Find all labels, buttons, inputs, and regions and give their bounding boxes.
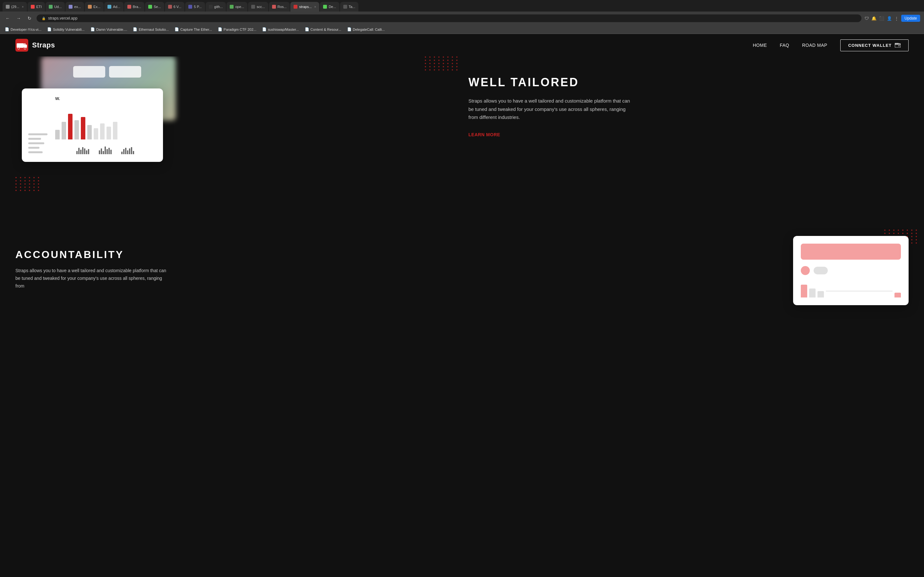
connect-wallet-button[interactable]: CONNECT WALLET	[840, 39, 909, 51]
tab-6[interactable]: Ad...	[104, 2, 124, 11]
bookmark-9[interactable]: 📄 DelegateCall: Calli...	[345, 27, 387, 32]
tab-label-ta: Ta...	[349, 5, 355, 9]
tab-favicon-5	[88, 5, 92, 9]
bookmark-6[interactable]: 📄 Paradigm CTF 202...	[216, 27, 258, 32]
tab-favicon-14	[272, 5, 276, 9]
spark-bar	[108, 148, 110, 154]
bookmark-2[interactable]: 📄 Solidity Vulnerabili...	[45, 27, 87, 32]
tab-favicon-straps	[294, 5, 297, 9]
update-button[interactable]: Update	[901, 15, 920, 22]
dot	[425, 60, 426, 61]
dot	[916, 229, 917, 231]
bookmark-icon-3: 📄	[90, 27, 95, 31]
bookmark-label-9: DelegateCall: Calli...	[353, 27, 385, 31]
card-label: W.	[55, 96, 155, 101]
dot	[15, 180, 17, 181]
dot	[438, 56, 439, 58]
dot	[434, 66, 435, 67]
logo-text: Straps	[32, 41, 55, 49]
tab-13[interactable]: scc...	[248, 2, 268, 11]
tab-9[interactable]: 6 V...	[165, 2, 185, 11]
mockup-bar-3	[817, 291, 824, 298]
tab-close-straps[interactable]: ×	[314, 5, 317, 9]
spark-bar	[76, 151, 78, 154]
nav-home[interactable]: HOME	[753, 43, 767, 48]
tab-1[interactable]: (29... ×	[3, 2, 27, 11]
tab-14[interactable]: Ros...	[269, 2, 290, 11]
dot	[434, 63, 435, 64]
dot	[456, 56, 457, 58]
bookmark-icon-7: 📄	[262, 27, 267, 31]
tab-10[interactable]: 5 P...	[185, 2, 205, 11]
accountability-description: Straps allows you to have a well tailore…	[15, 267, 170, 290]
dot-grid-top-right	[425, 56, 459, 71]
tab-5[interactable]: Ex...	[85, 2, 103, 11]
tab-close-1[interactable]: ×	[22, 5, 24, 9]
dot	[443, 63, 444, 64]
svg-rect-7	[898, 45, 900, 46]
back-button[interactable]: ←	[4, 15, 11, 22]
tab-favicon-10	[188, 5, 192, 9]
bookmark-7[interactable]: 📄 sushiswap/Master...	[260, 27, 301, 32]
notification-icon[interactable]: 🔔	[871, 16, 877, 21]
reload-button[interactable]: ↻	[26, 15, 33, 22]
address-bar[interactable]: 🔒 straps.vercel.app	[37, 15, 861, 22]
shield-icon[interactable]: 🛡	[865, 16, 869, 21]
dot	[15, 190, 17, 191]
chart-bar	[81, 117, 86, 139]
dot	[452, 69, 453, 71]
tab-label-3: Ud...	[54, 5, 61, 9]
spark-bar	[88, 149, 89, 154]
spark-bar	[99, 150, 100, 154]
dot	[447, 66, 449, 67]
menu-icon[interactable]: ⋮	[895, 16, 899, 21]
nav-faq[interactable]: FAQ	[780, 43, 789, 48]
dot	[429, 60, 431, 61]
mockup-toggle	[814, 267, 828, 274]
forward-button[interactable]: →	[15, 15, 23, 22]
dot	[24, 177, 26, 178]
tab-12[interactable]: ope...	[226, 2, 247, 11]
tab-straps[interactable]: straps... ×	[290, 2, 319, 11]
bookmark-3[interactable]: 📄 Damn Vulnerable....	[88, 27, 129, 32]
bookmark-8[interactable]: 📄 Content & Resour...	[302, 27, 344, 32]
tab-4[interactable]: ex...	[65, 2, 84, 11]
dot	[916, 239, 917, 240]
tab-7[interactable]: Bra...	[124, 2, 144, 11]
top-card-btn-1	[73, 66, 105, 77]
bookmark-4[interactable]: 📄 Ethernaut Solutio...	[131, 27, 171, 32]
nav-road-map[interactable]: ROAD MAP	[802, 43, 827, 48]
dot	[898, 229, 899, 231]
spark-bar	[129, 148, 130, 154]
dot	[24, 183, 26, 185]
dot	[456, 63, 457, 64]
tab-de[interactable]: De...	[320, 2, 339, 11]
spark-bar	[107, 149, 108, 154]
dot	[434, 69, 435, 71]
bookmark-icon-9: 📄	[347, 27, 352, 31]
tab-favicon-9	[168, 5, 172, 9]
tab-8[interactable]: Se...	[145, 2, 164, 11]
sparkline-0	[76, 145, 89, 154]
tab-11[interactable]: gith...	[206, 2, 226, 11]
extensions-icon[interactable]: ⬛	[879, 16, 884, 21]
sparkline-2	[121, 145, 134, 154]
profile-icon[interactable]: 👤	[887, 16, 892, 21]
dot	[438, 63, 439, 64]
bookmark-1[interactable]: 📄 Developer-Y/cs-vi...	[3, 27, 44, 32]
tab-ta[interactable]: Ta...	[340, 2, 359, 11]
dot	[898, 233, 899, 234]
dot	[893, 233, 895, 234]
tab-2[interactable]: ETI	[27, 2, 45, 11]
bookmark-5[interactable]: 📄 Capture The Ether...	[172, 27, 214, 32]
charts-panel: W.	[15, 56, 456, 210]
lines-decoration	[28, 133, 47, 153]
chart-area: W.	[55, 96, 155, 154]
tab-3[interactable]: Ud...	[45, 2, 65, 11]
learn-more-link[interactable]: LEARN MORE	[468, 132, 500, 137]
wallet-icon	[895, 43, 901, 47]
sparklines-row	[55, 145, 155, 154]
dot	[33, 190, 35, 191]
chart-bar	[61, 122, 66, 139]
svg-rect-8	[895, 43, 899, 44]
